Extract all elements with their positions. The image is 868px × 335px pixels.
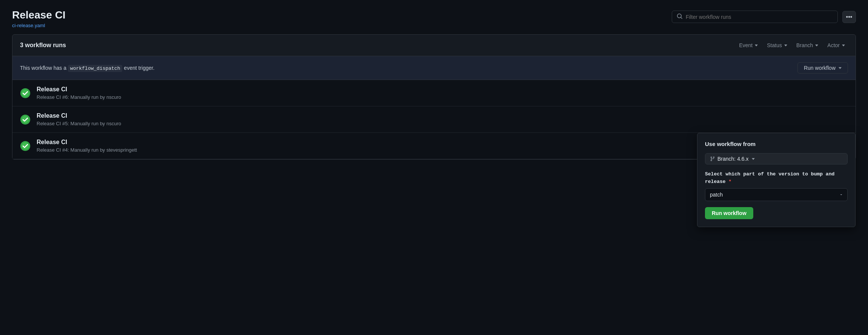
version-part-select[interactable]: patch minor major [705,188,848,201]
run-info: Release CI Release CI #6: Manually run b… [37,86,121,100]
workflow-run-item[interactable]: Release CI Release CI #5: Manually run b… [12,106,856,133]
search-box[interactable] [672,11,838,23]
branch-selector-label: Branch: 4.6.x [717,156,749,162]
dispatch-code: workflow_dispatch [68,65,123,72]
run-name[interactable]: Release CI [37,112,121,119]
title-area: Release CI ci-release.yaml [12,9,66,28]
svg-point-2 [20,115,30,124]
run-workflow-banner-button[interactable]: Run workflow [797,62,848,74]
workflow-runs-container: 3 workflow runs Event Status Branch Acto… [12,34,856,160]
branch-selector-chevron-icon [752,158,755,160]
status-filter-button[interactable]: Status [764,41,790,50]
svg-point-0 [20,88,30,98]
branch-icon [710,156,715,161]
page-title: Release CI [12,9,66,21]
search-icon [677,13,683,20]
run-workflow-banner-label: Run workflow [804,65,836,71]
page-header: Release CI ci-release.yaml ••• [0,0,868,34]
popup-title: Use workflow from [705,141,848,147]
success-icon [20,114,31,125]
more-options-button[interactable]: ••• [842,11,856,23]
dispatch-text: This workflow has a workflow_dispatch ev… [20,65,154,71]
event-filter-label: Event [739,42,753,48]
runs-count: 3 workflow runs [20,42,66,49]
workflow-run-item[interactable]: Release CI Release CI #6: Manually run b… [12,80,856,106]
dispatch-banner: This workflow has a workflow_dispatch ev… [12,56,856,80]
workflow-file-link[interactable]: ci-release.yaml [12,23,66,28]
actor-filter-chevron-icon [842,45,845,46]
runs-header: 3 workflow runs Event Status Branch Acto… [12,35,856,56]
run-name[interactable]: Release CI [37,139,137,146]
run-workflow-popup: Use workflow from Branch: 4.6.x Select w… [697,133,856,227]
branch-filter-button[interactable]: Branch [793,41,821,50]
run-name[interactable]: Release CI [37,86,121,93]
more-dots-icon: ••• [846,14,853,20]
popup-field-label: Select which part of the version to bump… [705,171,848,185]
header-actions: ••• [672,11,856,23]
run-info: Release CI Release CI #4: Manually run b… [37,139,137,153]
event-filter-chevron-icon [755,45,758,46]
branch-filter-chevron-icon [815,45,818,46]
branch-filter-label: Branch [796,42,813,48]
run-workflow-banner-chevron-icon [839,67,842,69]
event-filter-button[interactable]: Event [736,41,761,50]
dispatch-text-suffix: event trigger. [124,65,154,71]
run-info: Release CI Release CI #5: Manually run b… [37,112,121,126]
branch-selector-button[interactable]: Branch: 4.6.x [705,153,848,164]
actor-filter-button[interactable]: Actor [824,41,848,50]
filter-buttons: Event Status Branch Actor [736,41,848,50]
required-star: * [728,179,731,184]
search-input[interactable] [686,14,833,20]
run-meta: Release CI #6: Manually run by nscuro [37,94,121,100]
svg-point-4 [20,141,30,151]
main-content: 3 workflow runs Event Status Branch Acto… [0,34,868,160]
run-meta: Release CI #4: Manually run by stevespri… [37,147,137,153]
popup-run-workflow-button[interactable]: Run workflow [705,207,753,219]
success-icon [20,141,31,151]
actor-filter-label: Actor [827,42,840,48]
status-filter-chevron-icon [784,45,787,46]
run-meta: Release CI #5: Manually run by nscuro [37,121,121,126]
success-icon [20,88,31,98]
dispatch-text-prefix: This workflow has a [20,65,66,71]
status-filter-label: Status [767,42,782,48]
